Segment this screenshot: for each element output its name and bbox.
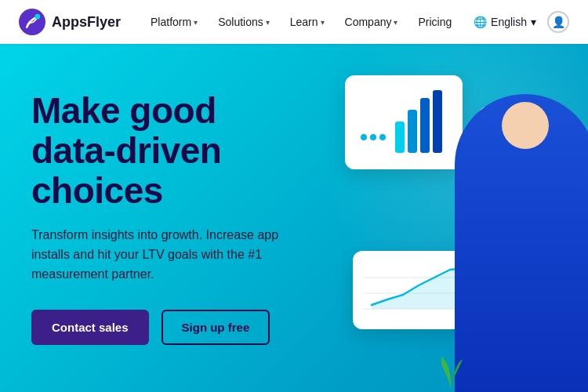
- svg-marker-12: [372, 268, 466, 309]
- hero-subtitle: Transform insights into growth. Increase…: [31, 226, 298, 284]
- hero-title: Make good data-driven choices: [31, 91, 298, 210]
- signup-free-button[interactable]: Sign up free: [162, 310, 270, 345]
- nav-pricing[interactable]: Pricing: [410, 11, 459, 33]
- hero-content: Make good data-driven choices Transform …: [0, 91, 329, 344]
- nav-solutions[interactable]: Solutions ▾: [210, 11, 278, 33]
- hero-section: Make good data-driven choices Transform …: [0, 44, 588, 392]
- user-account-icon[interactable]: 👤: [547, 11, 569, 33]
- person-decoration: [455, 94, 588, 392]
- nav-learn[interactable]: Learn ▾: [282, 11, 332, 33]
- svg-point-3: [370, 134, 376, 140]
- nav-right: 🌐 English ▾ 👤: [474, 11, 569, 33]
- language-selector[interactable]: 🌐 English ▾: [474, 16, 536, 28]
- bar-chart-card: [345, 75, 463, 169]
- line-chart-svg: [364, 262, 467, 318]
- appsflyer-logo-icon: [19, 9, 45, 35]
- nav-platform[interactable]: Platform ▾: [143, 11, 205, 33]
- learn-chevron-icon: ▾: [321, 18, 325, 27]
- platform-chevron-icon: ▾: [194, 18, 198, 27]
- svg-rect-5: [395, 122, 405, 153]
- company-chevron-icon: ▾: [394, 18, 397, 27]
- logo-text: AppsFlyer: [52, 14, 121, 31]
- svg-rect-7: [420, 98, 430, 153]
- hero-visuals: [290, 44, 588, 392]
- globe-icon: 🌐: [474, 16, 487, 28]
- plant-decoration: [435, 345, 466, 392]
- contact-sales-button[interactable]: Contact sales: [31, 310, 149, 345]
- nav-links: Platform ▾ Solutions ▾ Learn ▾ Company ▾…: [143, 11, 474, 33]
- svg-point-2: [361, 134, 367, 140]
- svg-rect-8: [433, 90, 442, 153]
- language-chevron-icon: ▾: [531, 16, 536, 28]
- nav-company[interactable]: Company ▾: [337, 11, 406, 33]
- svg-point-1: [34, 14, 40, 20]
- hero-buttons: Contact sales Sign up free: [31, 310, 298, 345]
- svg-point-4: [379, 134, 386, 140]
- navbar: AppsFlyer Platform ▾ Solutions ▾ Learn ▾…: [0, 0, 588, 44]
- bar-chart-svg: [356, 86, 452, 158]
- logo[interactable]: AppsFlyer: [19, 9, 121, 35]
- svg-rect-6: [408, 110, 417, 153]
- language-label: English: [491, 16, 527, 28]
- solutions-chevron-icon: ▾: [266, 18, 270, 27]
